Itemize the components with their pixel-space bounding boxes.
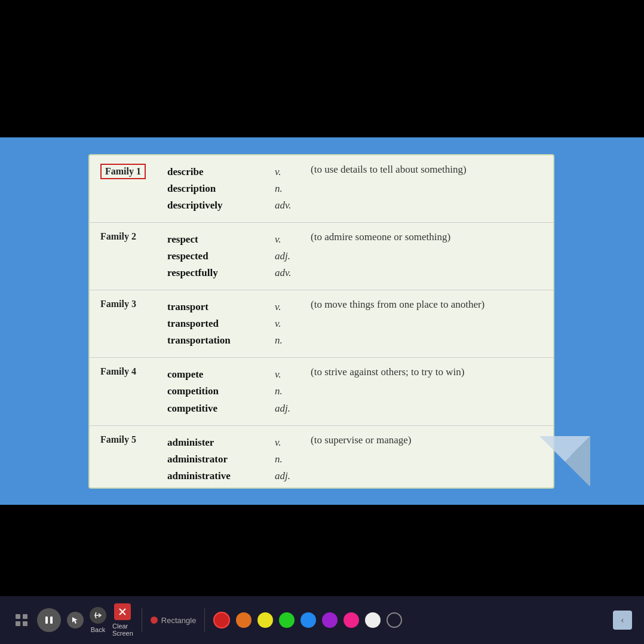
svg-rect-2 [16, 621, 20, 626]
word-transportation: transportation [167, 332, 263, 349]
svg-rect-0 [16, 614, 20, 619]
pos-adj4: adj. [275, 400, 299, 417]
separator-1 [142, 608, 142, 632]
word-respectfully: respectfully [167, 265, 263, 281]
family-3-definition: (to move things from one place to anothe… [305, 290, 553, 358]
word-administrator: administrator [167, 451, 263, 468]
top-black-area [0, 0, 644, 137]
clear-screen-label: ClearScreen [112, 622, 133, 637]
family-row-4: Family 4 compete competition competitive… [90, 358, 553, 425]
pos-v5: v. [275, 434, 299, 451]
family-5-words: administer administrator administrative [161, 425, 269, 493]
family-4-label-cell: Family 4 [90, 358, 161, 425]
word-descriptively: descriptively [167, 197, 263, 214]
family-2-definition: (to admire someone or something) [305, 223, 553, 290]
separator-2 [204, 608, 205, 632]
family-1-label: Family 1 [100, 164, 146, 179]
back-button[interactable]: Back [90, 607, 106, 633]
cursor-tool-icon [67, 612, 84, 628]
family-row-2: Family 2 respect respected respectfully … [90, 223, 553, 290]
color-orange[interactable] [236, 612, 252, 628]
color-pink[interactable] [344, 612, 359, 628]
tool-dot [151, 617, 158, 624]
pos-v2: v. [275, 231, 299, 248]
word-table: Family 1 describe description descriptiv… [90, 155, 553, 493]
family-5-pos: v. n. adj. [269, 425, 305, 493]
pause-button[interactable] [37, 608, 61, 632]
family-1-words: describe description descriptively [161, 155, 269, 223]
word-competitive: competitive [167, 400, 263, 417]
word-competition: competition [167, 383, 263, 400]
family-1-definition: (to use details to tell about something) [305, 155, 553, 223]
word-description: description [167, 180, 263, 197]
record-button[interactable] [213, 612, 230, 628]
family-3-pos: v. v. n. [269, 290, 305, 358]
pos-adv2: adv. [275, 265, 299, 281]
family-5-label-cell: Family 5 [90, 425, 161, 493]
word-describe: describe [167, 164, 263, 180]
family-4-words: compete competition competitive [161, 358, 269, 425]
back-icon [90, 607, 106, 624]
pos-n: n. [275, 180, 299, 197]
chevron-left-icon: ‹ [621, 615, 624, 625]
back-label: Back [91, 626, 105, 633]
family-2-label-cell: Family 2 [90, 223, 161, 290]
pos-adj5: adj. [275, 468, 299, 484]
clear-screen-icon [114, 603, 131, 620]
svg-rect-1 [23, 614, 27, 619]
family-1-label-cell: Family 1 [90, 155, 161, 223]
family-2-words: respect respected respectfully [161, 223, 269, 290]
color-purple[interactable] [322, 612, 338, 628]
color-white[interactable] [365, 612, 381, 628]
svg-rect-5 [50, 617, 53, 624]
word-compete: compete [167, 366, 263, 383]
family-4-pos: v. n. adj. [269, 358, 305, 425]
word-respected: respected [167, 248, 263, 265]
pos-v3b: v. [275, 315, 299, 332]
pos-n3: n. [275, 332, 299, 349]
svg-rect-4 [45, 617, 48, 624]
word-administer: administer [167, 434, 263, 451]
word-families-card: Family 1 describe description descriptiv… [88, 154, 554, 489]
family-2-pos: v. adj. adv. [269, 223, 305, 290]
pos-adv: adv. [275, 197, 299, 214]
cursor-tool-button[interactable] [67, 612, 84, 628]
family-3-words: transport transported transportation [161, 290, 269, 358]
pos-n5: n. [275, 451, 299, 468]
grid-menu-button[interactable] [12, 611, 31, 630]
tool-indicator: Rectangle [151, 616, 197, 625]
collapse-toolbar-button[interactable]: ‹ [613, 611, 632, 630]
pos-v3a: v. [275, 299, 299, 315]
word-transported: transported [167, 315, 263, 332]
color-outline-circle[interactable] [387, 612, 402, 628]
svg-rect-3 [23, 621, 27, 626]
color-green[interactable] [279, 612, 295, 628]
family-5-definition: (to supervise or manage) [305, 425, 553, 493]
pos-v4: v. [275, 366, 299, 383]
color-yellow[interactable] [257, 612, 273, 628]
color-blue[interactable] [300, 612, 316, 628]
toolbar: Back ClearScreen Rectangle ‹ [0, 596, 644, 644]
clear-screen-button[interactable]: ClearScreen [112, 603, 133, 637]
word-transport: transport [167, 299, 263, 315]
pos-v: v. [275, 164, 299, 180]
tool-name-label: Rectangle [161, 616, 197, 625]
family-4-definition: (to strive against others; to try to win… [305, 358, 553, 425]
bottom-black-area [0, 505, 644, 596]
pos-adj2: adj. [275, 248, 299, 265]
family-row-3: Family 3 transport transported transport… [90, 290, 553, 358]
family-1-pos: v. n. adv. [269, 155, 305, 223]
word-administrative: administrative [167, 468, 263, 484]
word-respect: respect [167, 231, 263, 248]
pos-n4: n. [275, 383, 299, 400]
family-row-5: Family 5 administer administrator admini… [90, 425, 553, 493]
family-row-1: Family 1 describe description descriptiv… [90, 155, 553, 223]
family-3-label-cell: Family 3 [90, 290, 161, 358]
